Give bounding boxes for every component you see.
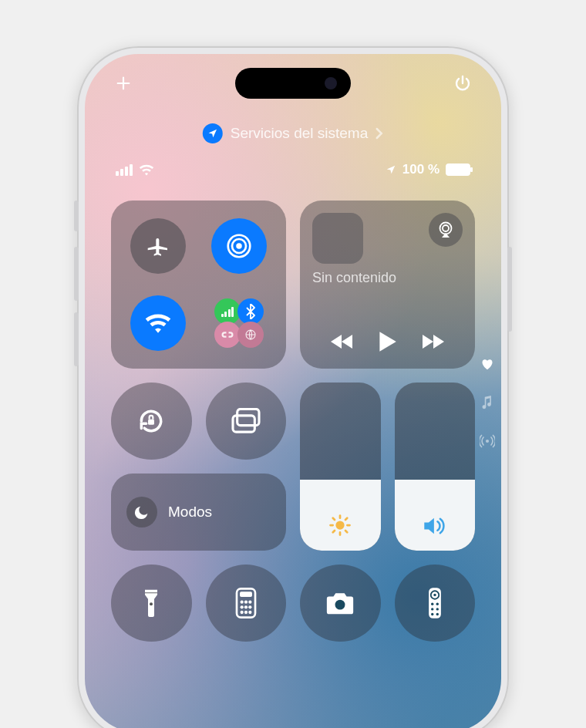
media-play-button[interactable] (376, 330, 398, 353)
side-button (507, 247, 512, 332)
svg-point-18 (248, 605, 251, 608)
svg-point-13 (240, 601, 243, 604)
power-button[interactable] (452, 72, 473, 94)
top-control-row (85, 72, 501, 94)
add-control-button[interactable] (113, 72, 134, 94)
airplane-mode-toggle[interactable] (130, 218, 186, 274)
plus-icon (115, 75, 132, 92)
connectivity-tile[interactable] (111, 201, 286, 369)
vpn-toggle[interactable] (237, 322, 264, 348)
bluetooth-toggle[interactable] (237, 298, 264, 325)
cellular-data-toggle[interactable] (214, 298, 241, 325)
battery-percentage: 100 % (402, 162, 440, 177)
wifi-toggle[interactable] (130, 295, 186, 351)
location-badge (203, 123, 223, 143)
svg-point-27 (436, 603, 438, 605)
svg-point-19 (240, 611, 243, 614)
svg-point-16 (240, 605, 243, 608)
wifi-icon (139, 163, 154, 176)
svg-point-0 (236, 243, 242, 249)
focus-mode-button[interactable]: Modos (111, 474, 286, 551)
media-controls-tile[interactable]: Sin contenido (300, 201, 475, 369)
page-indicator[interactable] (480, 356, 495, 449)
speaker-icon (423, 515, 447, 537)
moon-icon-wrap (126, 497, 157, 527)
svg-rect-12 (240, 592, 252, 597)
svg-point-28 (431, 608, 433, 610)
airplay-icon (436, 221, 455, 238)
phone-device-frame: Servicios del sistema 100 % (77, 46, 509, 728)
play-icon (376, 330, 398, 353)
svg-point-30 (431, 613, 433, 615)
svg-point-21 (248, 611, 251, 614)
orientation-lock-toggle[interactable] (111, 383, 192, 460)
heart-icon (480, 358, 494, 370)
svg-point-32 (486, 440, 489, 443)
airplay-button[interactable] (429, 213, 463, 247)
svg-point-20 (244, 611, 248, 614)
brightness-slider[interactable] (300, 383, 381, 551)
hotspot-icon (221, 330, 234, 339)
media-previous-button[interactable] (329, 332, 355, 351)
svg-point-14 (244, 601, 248, 604)
svg-point-9 (336, 521, 345, 529)
side-button (74, 247, 79, 301)
orientation-lock-icon (136, 406, 166, 436)
page-dot-favorites[interactable] (480, 356, 495, 372)
broadcast-icon (480, 434, 495, 448)
rewind-icon (329, 332, 355, 351)
volume-slider[interactable] (395, 383, 476, 551)
airplane-icon (146, 234, 170, 258)
location-banner-label: Servicios del sistema (231, 125, 368, 142)
svg-point-26 (431, 603, 433, 605)
camera-button[interactable] (300, 565, 381, 642)
control-center-screen: Servicios del sistema 100 % (85, 54, 501, 728)
flashlight-icon (143, 588, 160, 618)
camera-icon (325, 591, 355, 615)
remote-icon (427, 587, 443, 619)
moon-icon (133, 504, 150, 521)
side-button (74, 201, 79, 231)
control-center-grid: Sin contenido (111, 201, 475, 642)
calculator-icon (235, 588, 257, 618)
page-dot-media[interactable] (480, 395, 495, 410)
svg-point-5 (443, 225, 449, 231)
media-next-button[interactable] (419, 332, 446, 351)
screen-mirroring-button[interactable] (206, 383, 287, 460)
screen-mirroring-icon (231, 408, 261, 434)
personal-hotspot-toggle[interactable] (214, 322, 241, 348)
globe-icon (244, 329, 257, 341)
flashlight-button[interactable] (111, 565, 192, 642)
svg-point-4 (440, 223, 452, 234)
sun-icon (328, 514, 352, 537)
bluetooth-icon (245, 304, 256, 319)
media-artwork (312, 213, 363, 264)
cellular-bars-icon (221, 307, 234, 317)
forward-icon (419, 332, 446, 351)
power-icon (453, 74, 472, 93)
svg-point-31 (436, 613, 438, 615)
connectivity-cluster[interactable] (211, 295, 267, 351)
calculator-button[interactable] (206, 565, 287, 642)
page-dot-connectivity[interactable] (480, 433, 495, 449)
battery-icon (446, 163, 470, 176)
now-playing-text: Sin contenido (312, 270, 463, 286)
svg-rect-6 (148, 420, 154, 425)
status-bar: 100 % (85, 162, 501, 177)
location-arrow-icon (386, 164, 396, 175)
music-note-icon (482, 396, 493, 410)
chevron-right-icon (376, 127, 383, 140)
apple-tv-remote-button[interactable] (395, 565, 476, 642)
focus-label: Modos (168, 504, 212, 521)
svg-point-22 (335, 600, 345, 610)
wifi-icon (145, 313, 171, 333)
airdrop-toggle[interactable] (211, 218, 267, 274)
svg-point-10 (150, 602, 153, 605)
svg-rect-23 (429, 588, 441, 618)
location-arrow-icon (207, 128, 218, 139)
cellular-signal-icon (116, 164, 133, 176)
svg-point-25 (433, 594, 436, 596)
location-services-banner[interactable]: Servicios del sistema (203, 123, 383, 143)
airdrop-icon (225, 232, 253, 260)
svg-point-29 (436, 608, 438, 610)
